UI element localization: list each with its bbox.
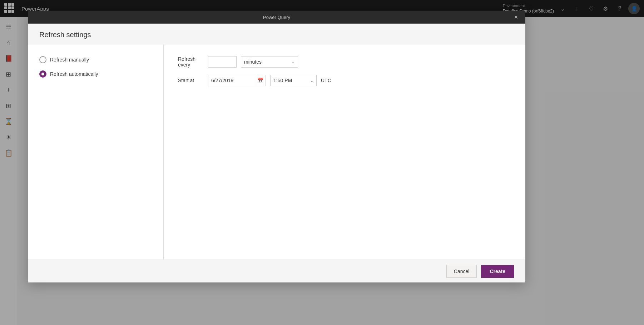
modal-topbar: Power Query ×	[28, 11, 525, 24]
refresh-every-label: Refresh every	[178, 56, 204, 68]
calendar-icon[interactable]: 📅	[255, 75, 266, 86]
start-at-row: Start at 📅 1:50 PM ⌄ UTC	[178, 75, 511, 86]
left-panel: Refresh manually Refresh automatically	[28, 45, 164, 260]
modal-header: Refresh settings	[28, 24, 525, 45]
modal-footer: Cancel Create	[28, 260, 525, 282]
date-input[interactable]	[208, 75, 255, 86]
close-button[interactable]: ×	[511, 12, 521, 22]
refresh-every-input[interactable]	[208, 56, 237, 68]
right-panel: Refresh every minutes ⌄ Start at 📅	[164, 45, 525, 260]
refresh-manually-label: Refresh manually	[50, 57, 89, 63]
timezone-label: UTC	[321, 78, 331, 83]
modal-body: Refresh settings Refresh manually	[28, 24, 525, 282]
refresh-automatically-radio[interactable]	[39, 70, 46, 78]
cancel-button[interactable]: Cancel	[446, 265, 477, 278]
refresh-automatically-option[interactable]: Refresh automatically	[39, 70, 152, 78]
create-button[interactable]: Create	[481, 265, 514, 278]
chevron-down-icon: ⌄	[292, 60, 295, 64]
modal-dialog: Power Query × Refresh settings Refresh m…	[28, 11, 525, 282]
time-chevron-icon: ⌄	[310, 78, 313, 83]
refresh-manually-option[interactable]: Refresh manually	[39, 56, 152, 63]
modal-content: Refresh manually Refresh automatically R…	[28, 45, 525, 260]
time-value: 1:50 PM	[273, 78, 292, 83]
modal-title: Refresh settings	[39, 31, 514, 39]
refresh-automatically-label: Refresh automatically	[50, 71, 98, 77]
start-at-label: Start at	[178, 78, 204, 83]
refresh-manually-radio[interactable]	[39, 56, 46, 63]
modal-topbar-title: Power Query	[263, 15, 290, 20]
refresh-unit-value: minutes	[244, 59, 262, 65]
refresh-every-row: Refresh every minutes ⌄	[178, 56, 511, 68]
refresh-options-group: Refresh manually Refresh automatically	[39, 56, 152, 78]
refresh-unit-select[interactable]: minutes ⌄	[241, 56, 298, 68]
time-select[interactable]: 1:50 PM ⌄	[270, 75, 317, 86]
radio-inner-dot	[41, 73, 44, 75]
date-input-wrapper: 📅	[208, 75, 266, 86]
